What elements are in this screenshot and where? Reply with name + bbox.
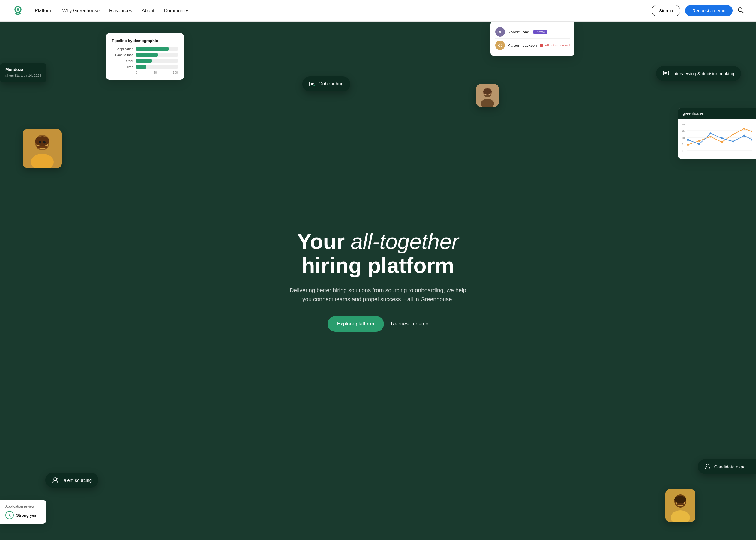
avatar-robert: RL [495, 27, 505, 37]
svg-point-31 [687, 144, 689, 146]
svg-text:15: 15 [682, 129, 685, 132]
candidate-exp-badge: Candidate expe... [698, 459, 756, 474]
nav-link-community[interactable]: Community [164, 8, 188, 14]
logo[interactable] [12, 5, 24, 17]
svg-point-40 [721, 137, 723, 139]
bar-row-face: Face to face [112, 53, 178, 57]
svg-text:5: 5 [682, 143, 683, 146]
svg-point-39 [709, 132, 711, 134]
person-avatar-man2 [665, 489, 695, 522]
svg-point-12 [483, 88, 492, 94]
svg-point-4 [540, 44, 543, 47]
svg-point-36 [743, 127, 745, 129]
strong-yes-label: Strong yes [16, 513, 36, 517]
mendoza-name: Mendoza [5, 67, 41, 72]
bar-track-application [136, 47, 178, 51]
app-review-card: Application review ★ Strong yes [0, 500, 47, 523]
svg-rect-18 [37, 146, 48, 148]
svg-point-35 [732, 133, 734, 135]
hero-title-normal: Your [297, 229, 351, 253]
onboarding-badge: Onboarding [303, 76, 350, 91]
greenhouse-chart-card: greenhouse 20 15 10 5 0 [678, 108, 756, 159]
chart-header: greenhouse [678, 108, 756, 118]
interviewing-badge: Interviewing & decision-making [656, 66, 741, 81]
person-avatar-man [23, 129, 62, 168]
nav-link-why-greenhouse[interactable]: Why Greenhouse [63, 8, 100, 14]
bar-label-application: Application [112, 47, 134, 51]
bar-fill-application [136, 47, 169, 51]
chart-body: 20 15 10 5 0 [678, 118, 756, 159]
talent-sourcing-badge: Talent sourcing [45, 472, 98, 487]
bar-track-offer [136, 59, 178, 63]
woman-avatar-image [476, 84, 499, 107]
svg-point-41 [732, 140, 734, 142]
talent-label: Talent sourcing [62, 477, 92, 483]
badge-private: Private [533, 30, 547, 34]
badge-scorecard: Fill out scorecard [540, 44, 570, 47]
request-demo-button[interactable]: Request a demo [685, 5, 733, 16]
hero-subtitle: Delivering better hiring solutions from … [288, 286, 468, 304]
bar-label-hired: Hired [112, 65, 134, 69]
bar-label-face: Face to face [112, 53, 134, 57]
hero-title: Your all-together hiring platform [288, 230, 468, 277]
interviewing-icon [663, 70, 669, 77]
talent-icon [52, 477, 59, 483]
interviewing-label: Interviewing & decision-making [672, 71, 734, 76]
bar-row-application: Application [112, 47, 178, 51]
bar-track-hired [136, 65, 178, 69]
axis-100: 100 [173, 71, 178, 74]
hero-title-italic: all-together [351, 229, 459, 253]
sign-in-button[interactable]: Sign in [652, 5, 681, 17]
man2-avatar-image [665, 489, 695, 522]
svg-point-1 [17, 8, 19, 11]
svg-text:20: 20 [682, 123, 685, 126]
bar-track-face [136, 53, 178, 57]
onboarding-label: Onboarding [318, 81, 344, 87]
bar-axis: 0 50 100 [112, 71, 178, 74]
nav-left: Platform Why Greenhouse Resources About … [12, 5, 188, 17]
hero-buttons: Explore platform Request a demo [288, 316, 468, 332]
app-review-title: Application review [5, 504, 41, 508]
bar-row-hired: Hired [112, 65, 178, 69]
search-icon[interactable] [737, 7, 744, 15]
explore-platform-button[interactable]: Explore platform [327, 316, 384, 332]
nav-link-platform[interactable]: Platform [35, 8, 53, 14]
svg-point-42 [743, 135, 745, 137]
svg-point-34 [721, 141, 723, 143]
candidate-name-kareem: Kareem Jackson [508, 43, 537, 48]
hero-section: Pipeline by demographic Application Face… [0, 0, 756, 540]
svg-point-19 [39, 141, 42, 144]
svg-text:0: 0 [682, 149, 683, 152]
svg-point-17 [35, 136, 50, 146]
candidate-name-robert: Robert Long [508, 30, 530, 34]
nav-link-about[interactable]: About [142, 8, 155, 14]
svg-point-37 [687, 139, 689, 141]
axis-0: 0 [136, 71, 138, 74]
strong-yes-row: ★ Strong yes [5, 511, 41, 519]
mendoza-card: Mendoza r/hers Started r 16, 2024 [0, 63, 47, 82]
line-chart-svg: 20 15 10 5 0 [682, 122, 752, 154]
person-avatar-woman [476, 84, 499, 107]
avatar-kareem: KJ [495, 41, 505, 50]
bar-row-offer: Offer [112, 59, 178, 63]
svg-point-33 [709, 136, 711, 137]
svg-text:10: 10 [682, 136, 685, 140]
svg-point-20 [43, 141, 46, 144]
bar-fill-face [136, 53, 158, 57]
onboarding-icon [309, 81, 315, 87]
nav-right: Sign in Request a demo [652, 5, 744, 17]
bar-fill-offer [136, 59, 152, 63]
hero-request-demo-button[interactable]: Request a demo [391, 321, 429, 327]
man-avatar-image [23, 129, 62, 168]
svg-line-3 [742, 11, 744, 13]
candidate-exp-icon [704, 463, 711, 470]
candidates-card: RL Robert Long Private KJ Kareem Jackson… [490, 21, 575, 56]
mendoza-detail: r/hers Started r 16, 2024 [5, 73, 41, 78]
nav-link-resources[interactable]: Resources [109, 8, 132, 14]
svg-rect-7 [663, 71, 669, 75]
pipeline-chart-card: Pipeline by demographic Application Face… [106, 33, 184, 80]
bar-fill-hired [136, 65, 146, 69]
axis-50: 50 [154, 71, 157, 74]
hero-center: Your all-together hiring platform Delive… [288, 230, 468, 332]
svg-point-51 [675, 496, 687, 503]
